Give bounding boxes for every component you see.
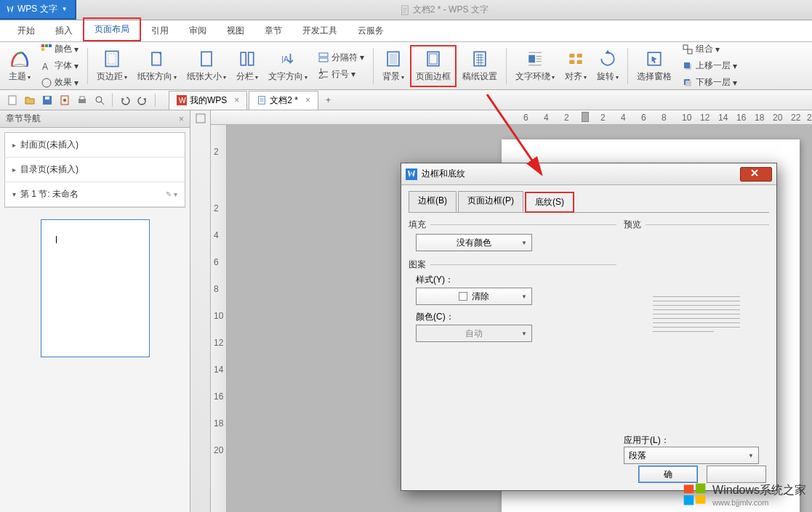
dialog-title: 边框和底纹: [422, 168, 465, 180]
color-button[interactable]: 颜色▾: [38, 41, 81, 57]
watermark-url: www.bjjmlv.com: [712, 498, 806, 507]
pattern-color-value: 自动: [465, 328, 483, 340]
nav-toc-page[interactable]: ▸目录页(未插入): [5, 158, 185, 182]
dialog-titlebar[interactable]: 边框和底纹: [401, 163, 776, 185]
menu-tabs: 开始 插入 页面布局 引用 审阅 视图 章节 开发工具 云服务: [0, 20, 812, 42]
svg-rect-46: [196, 114, 205, 123]
svg-rect-30: [688, 49, 692, 54]
tab-my-wps[interactable]: W 我的WPS ×: [169, 91, 247, 110]
select-pane-button[interactable]: 选择窗格: [632, 45, 676, 87]
fill-color-dropdown[interactable]: 没有颜色▼: [416, 234, 532, 251]
menu-view[interactable]: 视图: [217, 20, 254, 41]
quick-access-bar: W 我的WPS × 文档2 * × +: [0, 90, 812, 110]
print-preview-button[interactable]: [92, 92, 108, 108]
menu-insert[interactable]: 插入: [45, 20, 83, 41]
move-up-button[interactable]: 上移一层▾: [679, 58, 740, 73]
ok-button[interactable]: 确: [638, 466, 698, 483]
page-border-button[interactable]: 页面边框: [410, 45, 457, 87]
margins-button[interactable]: 页边距▾: [92, 45, 132, 87]
menu-reference[interactable]: 引用: [141, 20, 179, 41]
sidebar-close-button[interactable]: ×: [179, 114, 184, 124]
add-tab-button[interactable]: +: [320, 95, 337, 105]
apply-to-dropdown[interactable]: 段落▼: [624, 447, 759, 464]
ruler-indent-marker[interactable]: [582, 112, 589, 122]
rotate-icon: [598, 49, 618, 69]
sidebar-title: 章节导航: [6, 113, 41, 125]
menu-section[interactable]: 章节: [254, 20, 292, 41]
windows-logo-icon: [682, 481, 708, 508]
dialog-tab-shading[interactable]: 底纹(S): [525, 192, 574, 213]
page-thumbnail[interactable]: [41, 219, 150, 357]
svg-rect-35: [9, 96, 16, 105]
svg-text:|A: |A: [281, 54, 289, 63]
new-doc-button[interactable]: [4, 92, 20, 108]
menu-cloud[interactable]: 云服务: [347, 20, 394, 41]
preview-box: [631, 275, 762, 405]
background-button[interactable]: 背景▾: [378, 45, 409, 87]
menu-start[interactable]: 开始: [7, 20, 45, 41]
pattern-color-dropdown[interactable]: 自动▼: [416, 325, 532, 342]
columns-button[interactable]: 分栏▾: [232, 45, 262, 87]
wps-tab-icon: W: [177, 95, 187, 105]
redo-icon: [137, 94, 148, 106]
tab-close-icon[interactable]: ×: [234, 95, 239, 105]
folder-icon: [24, 94, 36, 106]
svg-rect-37: [45, 97, 49, 99]
theme-icon: [9, 49, 30, 69]
save-button[interactable]: [39, 92, 55, 108]
line-numbers-button[interactable]: 12行号▾: [315, 67, 367, 82]
menu-page-layout[interactable]: 页面布局: [83, 17, 141, 41]
theme-button[interactable]: 主题▾: [4, 45, 35, 87]
menu-developer[interactable]: 开发工具: [292, 20, 347, 41]
align-button[interactable]: 对齐▾: [560, 45, 591, 87]
preview-icon: [94, 94, 105, 106]
ruler-tick: 18: [755, 113, 764, 123]
dialog-tab-border[interactable]: 边框(B): [409, 191, 457, 212]
group-button[interactable]: 组合▾: [679, 41, 740, 57]
ruler-tick: 2: [564, 113, 569, 123]
align-label: 对齐: [565, 71, 582, 81]
dialog-tab-page-border[interactable]: 页面边框(P): [458, 191, 523, 212]
ruler-tick: 20: [773, 113, 782, 123]
vertical-ruler[interactable]: 22468101214161820: [211, 125, 227, 512]
svg-rect-12: [249, 52, 254, 65]
open-button[interactable]: [22, 92, 38, 108]
columns-icon: [237, 49, 257, 69]
app-menu-button[interactable]: WPS 文字 ▼: [0, 0, 76, 20]
color-label: 颜色: [55, 43, 72, 55]
tab-close-icon[interactable]: ×: [305, 95, 310, 105]
undo-button[interactable]: [117, 92, 133, 108]
svg-rect-26: [569, 60, 574, 64]
print-button[interactable]: [74, 92, 90, 108]
menu-review[interactable]: 审阅: [179, 20, 217, 41]
line-numbers-label: 行号: [331, 68, 349, 81]
dialog-close-button[interactable]: [740, 167, 772, 182]
cancel-button[interactable]: [707, 466, 766, 483]
pattern-style-dropdown[interactable]: 清除▼: [416, 288, 532, 305]
move-down-button[interactable]: 下移一层▾: [679, 75, 740, 90]
breaks-button[interactable]: 分隔符▾: [315, 50, 367, 65]
redo-button[interactable]: [134, 92, 150, 108]
horizontal-ruler[interactable]: 64224681012141618202224: [211, 110, 812, 125]
rotate-button[interactable]: 旋转▾: [592, 45, 623, 87]
nav-cover-page[interactable]: ▸封面页(未插入): [5, 133, 185, 158]
breaks-label: 分隔符: [331, 52, 358, 64]
manuscript-button[interactable]: 稿纸设置: [458, 45, 502, 87]
size-button[interactable]: 纸张大小▾: [182, 45, 230, 87]
text-direction-button[interactable]: |A 文字方向▾: [264, 45, 312, 87]
properties-button[interactable]: [57, 92, 73, 108]
orientation-button[interactable]: 纸张方向▾: [133, 45, 181, 87]
wrap-button[interactable]: 文字环绕▾: [511, 45, 559, 87]
chevron-right-icon: ▸: [12, 141, 16, 149]
page-border-label: 页面边框: [416, 70, 451, 83]
svg-rect-15: [319, 58, 328, 62]
nav-section-1[interactable]: ▾第 1 节: 未命名✎ ▾: [5, 182, 185, 207]
tab-doc2[interactable]: 文档2 * ×: [249, 91, 318, 110]
edit-icon[interactable]: ✎ ▾: [166, 190, 177, 198]
document-icon: [400, 5, 410, 15]
font-button[interactable]: A字体▾: [38, 58, 81, 73]
text-direction-icon: |A: [278, 49, 298, 69]
effect-button[interactable]: 效果▾: [38, 75, 81, 90]
close-icon: [750, 168, 762, 180]
border-shading-dialog: 边框和底纹 边框(B) 页面边框(P) 底纹(S) 填充 没有颜色▼ 图案 样式…: [401, 163, 777, 491]
